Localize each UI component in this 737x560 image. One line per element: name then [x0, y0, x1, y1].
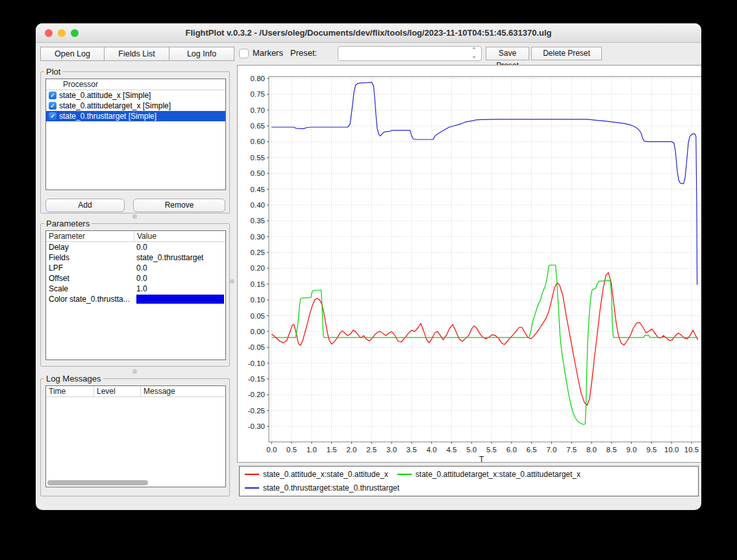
- parameter-row[interactable]: LPF0.0: [46, 263, 225, 273]
- parameters-table[interactable]: Parameter Value Delay0.0Fieldsstate_0.th…: [45, 230, 226, 360]
- y-tick-label: 0.40: [251, 201, 265, 209]
- preset-label: Preset:: [290, 48, 317, 58]
- series-checkbox[interactable]: ✓: [49, 112, 56, 120]
- plot-area[interactable]: [269, 77, 701, 442]
- x-tick-label: 1.5: [327, 446, 337, 454]
- series-label: state_0.attitude_x [Simple]: [59, 91, 151, 100]
- legend-label: state_0.attitudetarget_x:state_0.attitud…: [416, 470, 581, 479]
- markers-label: Markers: [253, 48, 283, 58]
- parameter-name: Scale: [46, 284, 134, 293]
- remove-button[interactable]: Remove: [133, 199, 225, 212]
- markers-checkbox[interactable]: [239, 49, 249, 58]
- y-tick-label: -0.25: [248, 407, 265, 415]
- log-info-button[interactable]: Log Info: [169, 47, 234, 61]
- x-tick-label: 1.0: [306, 446, 317, 454]
- parameter-row[interactable]: Offset0.0: [46, 273, 225, 284]
- parameter-row[interactable]: Scale1.0: [46, 284, 225, 294]
- preset-combobox[interactable]: ⌃⌄: [338, 46, 482, 61]
- y-tick-label: 0.15: [251, 280, 265, 288]
- x-tick-label: 0.5: [286, 446, 297, 454]
- plot-series-row[interactable]: ✓state_0.thrusttarget [Simple]: [46, 111, 225, 121]
- chart-panel[interactable]: 0.00.51.01.52.02.53.03.54.04.55.05.56.06…: [237, 65, 701, 463]
- parameter-name: Delay: [46, 243, 134, 252]
- x-tick-label: 6.0: [506, 446, 517, 454]
- log-messages-panel-title: Log Messages: [44, 374, 103, 383]
- series-checkbox[interactable]: ✓: [49, 102, 56, 110]
- parameter-name: LPF: [46, 263, 134, 273]
- y-tick-label: -0.10: [248, 359, 265, 367]
- scrollbar-thumb[interactable]: [47, 480, 148, 485]
- plot-series-table-header: Processor: [46, 79, 225, 90]
- message-column-header: Message: [140, 386, 225, 396]
- plot-series-row[interactable]: ✓state_0.attitude_x [Simple]: [46, 90, 225, 101]
- parameter-value: 1.0: [134, 284, 225, 293]
- x-tick-label: 9.0: [627, 446, 637, 454]
- app-window: FlightPlot v.0.3.2 - /Users/oleg/Documen…: [36, 23, 701, 510]
- save-preset-button[interactable]: Save Preset: [486, 47, 529, 60]
- x-tick-label: 5.5: [486, 446, 497, 454]
- parameter-value: [134, 294, 225, 304]
- plot-series-table[interactable]: Processor ✓state_0.attitude_x [Simple]✓s…: [45, 79, 226, 190]
- parameter-row[interactable]: Delay0.0: [46, 242, 225, 252]
- plot-panel-title: Plot: [44, 67, 62, 77]
- parameter-value: 0.0: [134, 243, 225, 252]
- parameter-name: Offset: [46, 274, 134, 283]
- y-tick-label: 0.65: [251, 122, 265, 130]
- parameter-name: Fields: [46, 253, 134, 262]
- y-tick-label: 0.20: [251, 264, 265, 272]
- parameters-table-body: Delay0.0Fieldsstate_0.thrusttargetLPF0.0…: [46, 242, 225, 304]
- parameter-value: 0.0: [134, 263, 225, 273]
- y-tick-label: -0.20: [248, 391, 265, 398]
- log-messages-table[interactable]: Time Level Message: [45, 385, 226, 487]
- fields-list-button[interactable]: Fields List: [104, 47, 169, 61]
- delete-preset-button[interactable]: Delete Preset: [531, 47, 602, 60]
- add-button[interactable]: Add: [45, 199, 125, 212]
- horizontal-scrollbar[interactable]: [47, 480, 224, 485]
- open-log-button[interactable]: Open Log: [40, 47, 105, 61]
- value-column-header: Value: [134, 231, 225, 241]
- y-tick-label: 0.00: [251, 328, 265, 335]
- x-tick-label: 2.5: [366, 446, 377, 454]
- y-tick-label: 0.80: [251, 75, 265, 82]
- plot-series-row[interactable]: ✓state_0.attitudetarget_x [Simple]: [46, 101, 225, 111]
- parameters-panel: Parameters Parameter Value Delay0.0Field…: [40, 219, 230, 367]
- combo-stepper-icon[interactable]: ⌃⌄: [469, 47, 479, 60]
- legend-item: state_0.attitudetarget_x:state_0.attitud…: [397, 468, 581, 481]
- y-tick-label: 0.05: [251, 312, 265, 320]
- x-tick-label: 8.0: [586, 446, 597, 454]
- title-bar[interactable]: FlightPlot v.0.3.2 - /Users/oleg/Documen…: [36, 23, 701, 43]
- level-column-header: Level: [94, 386, 140, 396]
- color-swatch[interactable]: [136, 295, 224, 304]
- chart-svg[interactable]: 0.00.51.01.52.02.53.03.54.04.55.05.56.06…: [238, 66, 701, 462]
- y-tick-label: -0.05: [248, 343, 265, 351]
- parameter-row[interactable]: Fieldsstate_0.thrusttarget: [46, 252, 225, 263]
- y-tick-label: 0.30: [251, 233, 265, 241]
- splitter-handle[interactable]: [132, 214, 137, 219]
- log-messages-panel: Log Messages Time Level Message: [40, 374, 230, 496]
- x-tick-label: 0.0: [266, 446, 277, 454]
- x-tick-label: 4.0: [427, 446, 437, 454]
- x-tick-label: 10.5: [684, 446, 699, 454]
- x-tick-label: 2.0: [346, 446, 356, 454]
- x-tick-label: 7.0: [546, 446, 556, 454]
- y-tick-label: 0.35: [251, 217, 265, 225]
- splitter-handle[interactable]: [230, 279, 234, 284]
- y-tick-label: 0.60: [251, 138, 265, 145]
- desktop-background: FlightPlot v.0.3.2 - /Users/oleg/Documen…: [0, 0, 737, 560]
- splitter-handle[interactable]: [132, 369, 137, 374]
- y-tick-label: 0.70: [251, 106, 265, 114]
- y-tick-label: -0.15: [248, 375, 265, 383]
- legend-swatch-icon: [245, 487, 259, 489]
- legend-item: state_0.thrusttarget:state_0.thrusttarge…: [245, 481, 399, 495]
- x-tick-label: 6.5: [527, 446, 537, 454]
- legend-label: state_0.attitude_x:state_0.attitude_x: [263, 470, 388, 479]
- y-tick-label: -0.30: [248, 422, 265, 430]
- parameter-value: 0.0: [134, 274, 225, 283]
- processor-column-header: Processor: [46, 79, 98, 90]
- y-tick-label: 0.10: [251, 296, 265, 304]
- y-tick-label: 0.50: [251, 169, 265, 177]
- parameter-row[interactable]: Color state_0.thrustta...: [46, 294, 225, 304]
- series-checkbox[interactable]: ✓: [49, 91, 56, 99]
- legend-swatch-icon: [397, 474, 412, 475]
- time-column-header: Time: [46, 386, 94, 396]
